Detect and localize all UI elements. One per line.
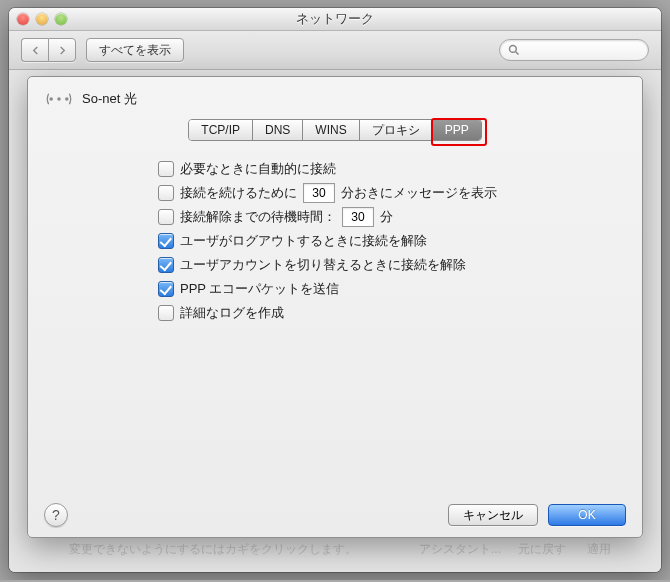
- search-input[interactable]: [499, 39, 649, 61]
- svg-point-4: [65, 97, 68, 100]
- tab-wins[interactable]: WINS: [303, 120, 359, 140]
- svg-line-1: [516, 52, 519, 55]
- tab-bar: TCP/IPDNSWINSプロキシPPP: [28, 119, 642, 141]
- ppp-echo-label: PPP エコーパケットを送信: [180, 280, 339, 298]
- ppp-options: 必要なときに自動的に接続 接続を続けるために 分おきにメッセージを表示 接続解除…: [28, 157, 642, 325]
- preferences-window: ネットワーク すべてを表示 ネットワーク環境 So-net USB Ethern…: [9, 8, 661, 572]
- idle-pre: 接続解除までの待機時間：: [180, 208, 336, 226]
- connection-name: So-net 光: [82, 90, 137, 108]
- settings-sheet: So-net 光 TCP/IPDNSWINSプロキシPPP 必要なときに自動的に…: [27, 76, 643, 538]
- tab-tcpip[interactable]: TCP/IP: [189, 120, 253, 140]
- keepalive-input[interactable]: [303, 183, 335, 203]
- ok-button[interactable]: OK: [548, 504, 626, 526]
- idle-disconnect-checkbox[interactable]: [158, 209, 174, 225]
- toolbar: すべてを表示: [9, 31, 661, 70]
- help-button[interactable]: ?: [44, 503, 68, 527]
- tab-dns[interactable]: DNS: [253, 120, 303, 140]
- svg-point-2: [49, 97, 52, 100]
- window-controls: [17, 13, 67, 25]
- keepalive-post: 分おきにメッセージを表示: [341, 184, 497, 202]
- connection-header: So-net 光: [28, 77, 642, 115]
- verbose-log-label: 詳細なログを作成: [180, 304, 284, 322]
- auto-connect-checkbox[interactable]: [158, 161, 174, 177]
- switch-disconnect-checkbox[interactable]: [158, 257, 174, 273]
- logout-disconnect-checkbox[interactable]: [158, 233, 174, 249]
- idle-post: 分: [380, 208, 393, 226]
- pppoe-icon: [46, 89, 72, 109]
- zoom-icon[interactable]: [55, 13, 67, 25]
- keepalive-checkbox[interactable]: [158, 185, 174, 201]
- tab-ppp[interactable]: PPP: [433, 120, 481, 140]
- verbose-log-checkbox[interactable]: [158, 305, 174, 321]
- ppp-echo-checkbox[interactable]: [158, 281, 174, 297]
- tab-[interactable]: プロキシ: [360, 120, 433, 140]
- logout-disconnect-label: ユーザがログアウトするときに接続を解除: [180, 232, 427, 250]
- minimize-icon[interactable]: [36, 13, 48, 25]
- svg-point-0: [510, 46, 517, 53]
- show-all-button[interactable]: すべてを表示: [86, 38, 184, 62]
- switch-disconnect-label: ユーザアカウントを切り替えるときに接続を解除: [180, 256, 466, 274]
- back-button[interactable]: [21, 38, 48, 62]
- cancel-button[interactable]: キャンセル: [448, 504, 538, 526]
- auto-connect-label: 必要なときに自動的に接続: [180, 160, 336, 178]
- nav-buttons: [21, 38, 76, 62]
- svg-point-3: [57, 97, 60, 100]
- titlebar: ネットワーク: [9, 8, 661, 31]
- search-icon: [508, 44, 520, 56]
- idle-input[interactable]: [342, 207, 374, 227]
- sheet-footer: ? キャンセル OK: [28, 493, 642, 537]
- window-title: ネットワーク: [9, 10, 661, 28]
- keepalive-pre: 接続を続けるために: [180, 184, 297, 202]
- close-icon[interactable]: [17, 13, 29, 25]
- forward-button[interactable]: [48, 38, 76, 62]
